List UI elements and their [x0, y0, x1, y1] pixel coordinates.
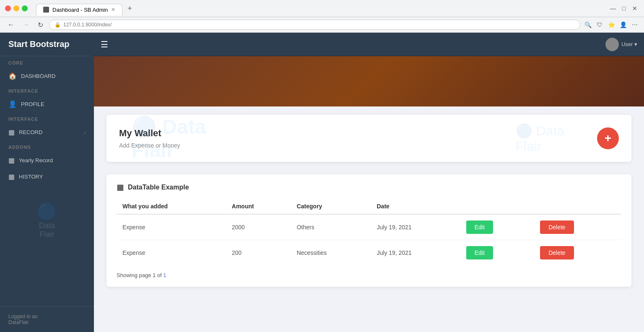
- table-row: Expense 2000 Others July 19, 2021 Edit D…: [117, 214, 621, 240]
- section-label-core: CORE: [0, 56, 94, 68]
- close-window-btn[interactable]: [5, 5, 11, 11]
- col-category: Category: [291, 199, 371, 214]
- cell-what: Expense: [117, 240, 226, 266]
- sidebar-item-history[interactable]: ▦ HISTORY: [0, 169, 94, 185]
- add-expense-btn[interactable]: +: [597, 127, 619, 149]
- datatable-header: ▦ DataTable Example: [117, 183, 621, 192]
- address-text: 127.0.0.1:8000/index/: [63, 22, 112, 28]
- delete-btn-0[interactable]: Delete: [540, 220, 574, 234]
- forward-btn[interactable]: →: [20, 20, 32, 29]
- tab-bar: Dashboard - SB Admin ✕ +: [31, 2, 142, 16]
- yearly-record-icon: ▦: [8, 156, 15, 164]
- sidebar: Start Bootstrap CORE 🏠 DASHBOARD INTERFA…: [0, 33, 94, 332]
- wallet-title: My Wallet: [119, 128, 180, 139]
- datatable-card: ▦ DataTable Example What you added Amoun…: [106, 174, 631, 287]
- tab-close-btn[interactable]: ✕: [111, 7, 115, 13]
- col-amount: Amount: [226, 199, 291, 214]
- maximize-window-btn[interactable]: [22, 5, 28, 11]
- wallet-watermark-right: 🔵 DataFlair: [516, 123, 564, 154]
- extensions-icon[interactable]: 🔍: [584, 21, 592, 29]
- cell-category: Necessities: [291, 240, 371, 266]
- cell-delete: Delete: [534, 214, 621, 240]
- restore-icon[interactable]: □: [620, 4, 628, 13]
- sidebar-item-record[interactable]: ▦ RECORD ›: [0, 124, 94, 140]
- col-action1: [460, 199, 534, 214]
- cell-amount: 2000: [226, 214, 291, 240]
- sidebar-brand[interactable]: Start Bootstrap: [0, 33, 94, 56]
- pagination-info: Showing page 1 of 1: [117, 272, 621, 278]
- cell-what: Expense: [117, 214, 226, 240]
- menu-icon[interactable]: ⋯: [631, 21, 639, 29]
- sidebar-item-label: Yearly Record: [19, 157, 53, 163]
- topnav-avatar: [605, 38, 619, 51]
- topnav-user-label: User ▾: [621, 41, 637, 47]
- cell-category: Others: [291, 214, 371, 240]
- window-controls[interactable]: [5, 5, 28, 11]
- sidebar-footer: Logged in as: DataFlair: [0, 306, 94, 332]
- edit-btn-0[interactable]: Edit: [466, 220, 493, 234]
- table-icon: ▦: [117, 183, 124, 192]
- sidebar-toggle-btn[interactable]: ☰: [101, 39, 108, 49]
- new-tab-btn[interactable]: +: [122, 2, 137, 16]
- tab-favicon: [43, 7, 49, 13]
- profile-nav-icon: 👤: [8, 100, 17, 108]
- cell-edit: Edit: [460, 240, 534, 266]
- datatable-title: DataTable Example: [128, 184, 189, 191]
- reload-btn[interactable]: ↻: [35, 20, 46, 30]
- edit-btn-1[interactable]: Edit: [466, 246, 493, 259]
- pagination-text: Showing page 1 of: [117, 272, 163, 278]
- cell-date: July 19, 2021: [371, 240, 460, 266]
- hero-banner: [94, 56, 644, 106]
- logged-in-label: Logged in as:: [8, 314, 86, 319]
- bookmark-icon[interactable]: ⭐: [607, 21, 615, 29]
- col-what: What you added: [117, 199, 226, 214]
- topnav-right: User ▾: [605, 38, 637, 51]
- table-header-row: What you added Amount Category Date: [117, 199, 621, 214]
- sidebar-item-label: PROFILE: [21, 101, 44, 107]
- main-content: My Wallet Add Expense or Money 🔵 DataFla…: [94, 56, 644, 332]
- address-bar: ← → ↻ 🔒 127.0.0.1:8000/index/ 🔍 🛡 ⭐ 👤 ⋯: [0, 17, 644, 32]
- section-label-interface-2: INTERFACE: [0, 112, 94, 124]
- topnav: ☰ User ▾: [94, 33, 644, 56]
- back-btn[interactable]: ←: [5, 20, 17, 29]
- wallet-subtitle: Add Expense or Money: [119, 142, 180, 149]
- active-tab[interactable]: Dashboard - SB Admin ✕: [36, 4, 122, 16]
- wallet-card: My Wallet Add Expense or Money 🔵 DataFla…: [106, 115, 631, 162]
- lock-icon: 🔒: [55, 22, 61, 28]
- history-icon: ▦: [8, 173, 15, 181]
- topnav-user[interactable]: User ▾: [605, 38, 637, 51]
- sidebar-item-label: DASHBOARD: [21, 73, 55, 79]
- col-action2: [534, 199, 621, 214]
- logged-in-user: DataFlair: [8, 319, 86, 325]
- cell-amount: 200: [226, 240, 291, 266]
- sidebar-watermark: 🔵 Data Flair: [0, 193, 94, 247]
- profile-icon[interactable]: 👤: [619, 21, 627, 29]
- col-date: Date: [371, 199, 460, 214]
- sidebar-item-label: RECORD: [19, 129, 42, 135]
- tab-title: Dashboard - SB Admin: [52, 7, 108, 13]
- shield-icon[interactable]: 🛡: [595, 21, 604, 29]
- cell-edit: Edit: [460, 214, 534, 240]
- data-table: What you added Amount Category Date Expe…: [117, 199, 621, 265]
- cell-date: July 19, 2021: [371, 214, 460, 240]
- browser-chrome: Dashboard - SB Admin ✕ + — □ ✕ ← → ↻ 🔒 1…: [0, 0, 644, 33]
- cell-delete: Delete: [534, 240, 621, 266]
- close-icon[interactable]: ✕: [631, 4, 639, 13]
- sidebar-item-yearly-record[interactable]: ▦ Yearly Record: [0, 152, 94, 169]
- minimize-icon[interactable]: —: [609, 4, 617, 13]
- address-input[interactable]: 🔒 127.0.0.1:8000/index/: [49, 20, 580, 30]
- browser-toolbar-icons: 🔍 🛡 ⭐ 👤 ⋯: [584, 21, 639, 29]
- section-label-interface-1: INTERFACE: [0, 84, 94, 96]
- delete-btn-1[interactable]: Delete: [540, 246, 574, 259]
- browser-titlebar: Dashboard - SB Admin ✕ + — □ ✕: [0, 0, 644, 17]
- wallet-info: My Wallet Add Expense or Money: [119, 128, 180, 149]
- minimize-window-btn[interactable]: [13, 5, 19, 11]
- sidebar-item-dashboard[interactable]: 🏠 DASHBOARD: [0, 68, 94, 84]
- dashboard-icon: 🏠: [8, 72, 17, 80]
- sidebar-item-profile[interactable]: 👤 PROFILE: [0, 96, 94, 112]
- sidebar-item-label: HISTORY: [19, 174, 43, 180]
- pagination-link[interactable]: 1: [163, 272, 166, 278]
- record-icon: ▦: [8, 128, 15, 136]
- app-container: Start Bootstrap CORE 🏠 DASHBOARD INTERFA…: [0, 33, 644, 332]
- section-label-addons: ADDONS: [0, 140, 94, 152]
